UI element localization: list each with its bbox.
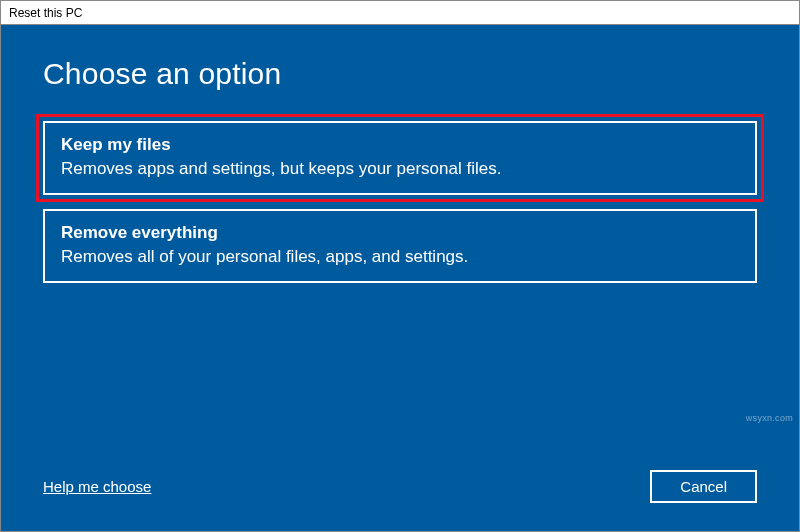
watermark: wsyxn.com <box>746 413 793 423</box>
help-me-choose-link[interactable]: Help me choose <box>43 478 151 495</box>
option-title: Remove everything <box>61 223 739 243</box>
content-area: Choose an option Keep my files Removes a… <box>1 25 799 531</box>
option-desc: Removes all of your personal files, apps… <box>61 247 739 267</box>
option-remove-everything[interactable]: Remove everything Removes all of your pe… <box>43 209 757 283</box>
option-title: Keep my files <box>61 135 739 155</box>
highlight-keep-my-files: Keep my files Removes apps and settings,… <box>36 114 764 202</box>
window-title: Reset this PC <box>9 6 82 20</box>
option-keep-my-files[interactable]: Keep my files Removes apps and settings,… <box>43 121 757 195</box>
option-desc: Removes apps and settings, but keeps you… <box>61 159 739 179</box>
reset-pc-window: Reset this PC Choose an option Keep my f… <box>0 0 800 532</box>
options-list: Keep my files Removes apps and settings,… <box>43 121 757 283</box>
titlebar: Reset this PC <box>1 1 799 25</box>
footer: Help me choose Cancel <box>43 470 757 503</box>
cancel-button[interactable]: Cancel <box>650 470 757 503</box>
page-title: Choose an option <box>43 57 757 91</box>
